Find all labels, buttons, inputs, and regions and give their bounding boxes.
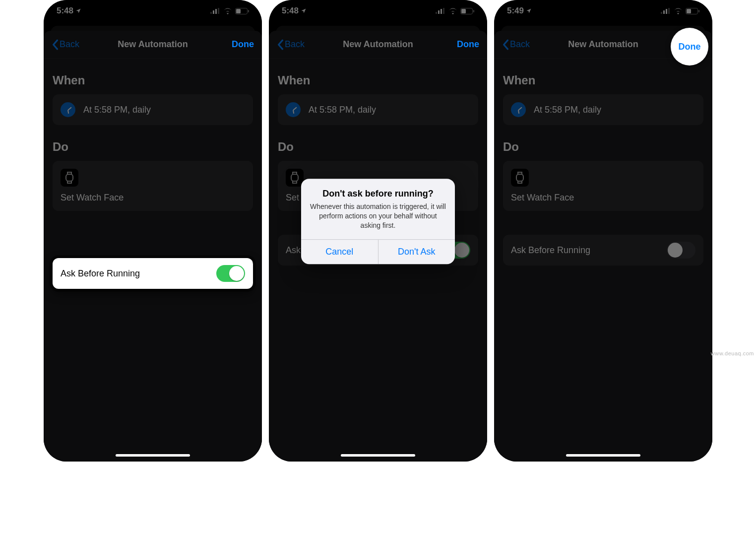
- cellular-icon: [210, 8, 220, 14]
- watch-face-icon: [511, 169, 529, 187]
- do-row[interactable]: Set Watch Face: [53, 161, 253, 211]
- svg-rect-0: [210, 12, 212, 14]
- svg-rect-22: [698, 10, 699, 12]
- ask-toggle[interactable]: [216, 265, 245, 282]
- chevron-left-icon: [502, 39, 509, 50]
- watch-face-icon: [286, 169, 304, 187]
- modal-sheet: Back New Automation Done When At 5:58 PM…: [494, 31, 712, 462]
- back-button[interactable]: Back: [502, 39, 530, 50]
- when-row[interactable]: At 5:58 PM, daily: [503, 94, 703, 125]
- when-text: At 5:58 PM, daily: [309, 105, 376, 115]
- section-do-title: Do: [503, 140, 703, 154]
- battery-icon: [460, 8, 474, 14]
- cellular-icon: [661, 8, 671, 14]
- section-when-title: When: [53, 73, 253, 87]
- status-bar: 5:48: [269, 0, 487, 22]
- ask-label: Ask Before Running: [61, 268, 140, 279]
- section-when-title: When: [503, 73, 703, 87]
- phone-screen-3: 5:49 Back New Automation Done When: [494, 0, 712, 462]
- section-do-title: Do: [278, 140, 478, 154]
- confirm-alert: Don't ask before running? Whenever this …: [301, 179, 455, 265]
- location-icon: [75, 8, 81, 14]
- watch-face-icon: [61, 169, 78, 187]
- done-highlight-circle[interactable]: Done: [671, 28, 708, 66]
- modal-sheet: Back New Automation Done When At 5:58 PM…: [44, 31, 262, 462]
- home-indicator[interactable]: [566, 454, 640, 457]
- status-bar: 5:48: [44, 0, 262, 22]
- wifi-icon: [223, 8, 232, 14]
- alert-message: Whenever this automation is triggered, i…: [310, 202, 446, 231]
- chevron-left-icon: [52, 39, 59, 50]
- svg-rect-5: [236, 9, 241, 13]
- ask-row-wrapper: Ask Before Running: [53, 258, 253, 289]
- battery-icon: [686, 8, 699, 14]
- watermark-text: www.deuaq.com: [711, 350, 754, 356]
- when-text: At 5:58 PM, daily: [83, 105, 151, 115]
- svg-rect-19: [668, 8, 670, 14]
- back-label: Back: [510, 39, 530, 50]
- done-highlight-label: Done: [679, 42, 701, 52]
- cellular-icon: [436, 8, 445, 14]
- status-time: 5:48: [57, 6, 73, 16]
- when-row[interactable]: At 5:58 PM, daily: [278, 94, 478, 125]
- svg-rect-11: [443, 8, 444, 14]
- svg-rect-18: [666, 9, 667, 14]
- svg-rect-17: [663, 10, 665, 14]
- svg-rect-15: [291, 174, 298, 181]
- when-text: At 5:58 PM, daily: [534, 105, 601, 115]
- svg-rect-13: [461, 9, 466, 13]
- back-button[interactable]: Back: [277, 39, 305, 50]
- back-button[interactable]: Back: [52, 39, 79, 50]
- ask-before-running-row[interactable]: Ask Before Running: [503, 235, 703, 266]
- do-text: Set Watch Face: [61, 193, 124, 203]
- alert-title: Don't ask before running?: [310, 189, 446, 200]
- wifi-icon: [448, 8, 457, 14]
- chevron-left-icon: [277, 39, 284, 50]
- back-label: Back: [60, 39, 79, 50]
- section-when-title: When: [278, 73, 478, 87]
- nav-bar: Back New Automation Done: [269, 31, 487, 59]
- svg-rect-14: [473, 10, 474, 12]
- done-button[interactable]: Done: [457, 39, 479, 50]
- location-icon: [526, 8, 532, 14]
- home-indicator[interactable]: [341, 454, 415, 457]
- status-time: 5:49: [507, 6, 524, 16]
- nav-bar: Back New Automation Done: [44, 31, 262, 59]
- svg-rect-21: [687, 9, 691, 13]
- svg-rect-6: [248, 10, 249, 12]
- clock-icon: [286, 102, 301, 117]
- status-time: 5:48: [282, 6, 299, 16]
- svg-rect-8: [436, 12, 437, 14]
- home-indicator[interactable]: [116, 454, 190, 457]
- clock-icon: [511, 102, 526, 117]
- clock-icon: [61, 102, 75, 117]
- do-row[interactable]: Set Watch Face: [503, 161, 703, 211]
- alert-confirm-button[interactable]: Don't Ask: [378, 240, 455, 264]
- do-text: Set Watch Face: [511, 193, 574, 203]
- back-label: Back: [285, 39, 305, 50]
- ask-toggle[interactable]: [667, 242, 695, 259]
- battery-icon: [235, 8, 249, 14]
- phone-screen-1: 5:48 Back New Automation Done When: [44, 0, 262, 462]
- ask-before-running-row[interactable]: Ask Before Running: [53, 258, 253, 289]
- svg-rect-9: [438, 10, 440, 14]
- svg-rect-2: [215, 9, 217, 14]
- svg-rect-7: [66, 174, 73, 181]
- status-bar: 5:49: [494, 0, 712, 22]
- svg-rect-3: [218, 8, 219, 14]
- svg-rect-1: [213, 10, 214, 14]
- phone-screen-2: 5:48 Back New Automation Done When: [269, 0, 487, 462]
- section-do-title: Do: [53, 140, 253, 154]
- wifi-icon: [674, 8, 683, 14]
- alert-cancel-button[interactable]: Cancel: [301, 240, 378, 264]
- svg-rect-10: [441, 9, 442, 14]
- location-icon: [301, 8, 307, 14]
- ask-label: Ask Before Running: [511, 245, 590, 256]
- done-button[interactable]: Done: [232, 39, 254, 50]
- svg-rect-23: [516, 174, 523, 181]
- svg-rect-16: [661, 12, 662, 14]
- when-row[interactable]: At 5:58 PM, daily: [53, 94, 253, 125]
